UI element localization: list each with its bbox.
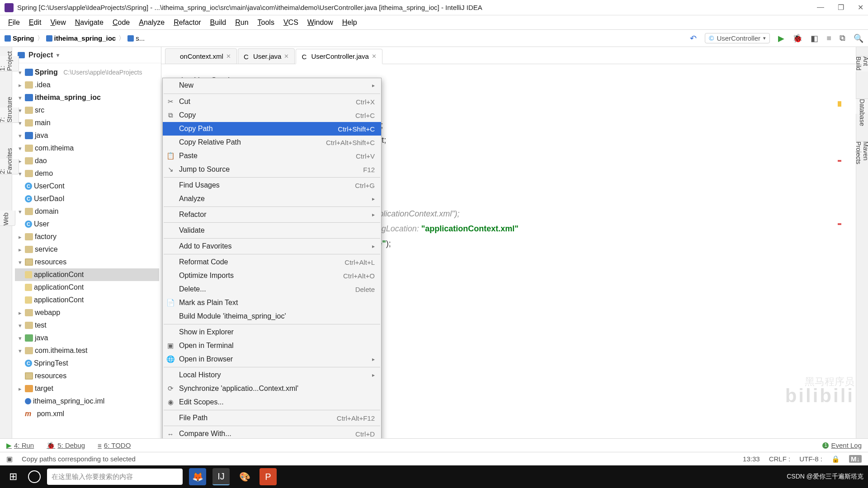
app-powerpoint-icon[interactable]: P: [259, 468, 277, 485]
ctx-build-module[interactable]: Build Module 'itheima_spring_ioc': [163, 310, 381, 323]
ctx-copy-path[interactable]: Copy PathCtrl+Shift+C: [163, 122, 381, 136]
menu-analyze[interactable]: Analyze: [134, 17, 169, 28]
tree-pkg[interactable]: ▾com.itheima: [15, 142, 159, 155]
tw-structure[interactable]: 7: Structure: [0, 108, 19, 123]
menu-file[interactable]: File: [4, 17, 24, 28]
ctx-sync[interactable]: ⟳Synchronize 'applicatio...Context.xml': [163, 382, 381, 395]
status-man-icon[interactable]: M↓: [849, 455, 862, 463]
menu-help[interactable]: Help: [338, 17, 362, 28]
tree-factory[interactable]: ▸factory: [15, 230, 159, 243]
ctx-favorites[interactable]: Add to Favorites▸: [163, 239, 381, 253]
tree-root[interactable]: ▾Spring C:\Users\apple\IdeaProjects: [15, 66, 159, 79]
maximize-icon[interactable]: ❐: [838, 3, 844, 12]
tree-src[interactable]: ▾src: [15, 104, 159, 117]
menu-view[interactable]: View: [46, 17, 70, 28]
tree-iml[interactable]: itheima_spring_ioc.iml: [15, 395, 159, 408]
ctx-copy[interactable]: ⧉CopyCtrl+C: [163, 108, 381, 122]
tree-domain[interactable]: ▾domain: [15, 205, 159, 218]
close-icon[interactable]: ✕: [226, 53, 231, 60]
status-encoding[interactable]: UTF-8 :: [799, 455, 822, 463]
tree-demo[interactable]: ▾demo: [15, 167, 159, 180]
tree-service[interactable]: ▸service: [15, 243, 159, 256]
status-position[interactable]: 13:33: [743, 455, 760, 463]
tab-usercontroller[interactable]: CUserController.java✕: [296, 49, 382, 64]
crumb-more[interactable]: s...: [136, 34, 145, 42]
menu-window[interactable]: Window: [303, 17, 338, 28]
tree-idea[interactable]: ▸.idea: [15, 79, 159, 91]
cortana-icon[interactable]: [28, 470, 41, 483]
debug-icon[interactable]: 🐞: [793, 33, 802, 43]
menu-edit[interactable]: Edit: [24, 17, 46, 28]
tw-project[interactable]: 1: Project: [0, 56, 19, 71]
tw-todo[interactable]: ≡6: TODO: [98, 441, 131, 449]
tw-eventlog[interactable]: 1Event Log: [822, 441, 862, 449]
ctx-delete[interactable]: Delete...Delete: [163, 282, 381, 296]
ctx-new[interactable]: New▸: [163, 78, 381, 93]
tw-web[interactable]: Web: [0, 211, 15, 226]
ctx-refactor[interactable]: Refactor▸: [163, 208, 381, 221]
tree-testjava[interactable]: ▾java: [15, 332, 159, 344]
structure-icon[interactable]: ⧉: [840, 33, 845, 43]
tree-userdao[interactable]: CUserDaoI: [15, 192, 159, 205]
tree-springtest[interactable]: CSpringTest: [15, 357, 159, 370]
ctx-paste[interactable]: 📋PasteCtrl+V: [163, 149, 381, 163]
stop-icon[interactable]: ■: [826, 33, 831, 43]
back-icon[interactable]: ↶: [690, 33, 697, 43]
tree-dao[interactable]: ▸dao: [15, 155, 159, 167]
ctx-compare[interactable]: ↔Compare With...Ctrl+D: [163, 427, 381, 438]
coverage-icon[interactable]: ◧: [811, 33, 818, 43]
ctx-browser[interactable]: 🌐Open in Browser▸: [163, 352, 381, 366]
start-icon[interactable]: ⊞: [5, 468, 22, 485]
ctx-plain[interactable]: 📄Mark as Plain Text: [163, 296, 381, 310]
tree-module[interactable]: ▾itheima_spring_ioc: [15, 91, 159, 104]
tw-debug[interactable]: 🐞5: Debug: [47, 441, 85, 450]
status-crlf[interactable]: CRLF :: [769, 455, 791, 463]
tree-test[interactable]: ▾test: [15, 319, 159, 332]
tree-usercont[interactable]: CUserCont: [15, 180, 159, 192]
ctx-find-usages[interactable]: Find UsagesCtrl+G: [163, 178, 381, 192]
tw-run[interactable]: ▶4: Run: [6, 441, 34, 450]
taskbar-search[interactable]: 在这里输入你要搜索的内容: [47, 469, 183, 485]
menu-navigate[interactable]: Navigate: [71, 17, 108, 28]
ctx-terminal[interactable]: ▣Open in Terminal: [163, 339, 381, 352]
close-icon[interactable]: ✕: [372, 53, 377, 60]
tree-resources[interactable]: ▾resources: [15, 256, 159, 268]
tree-appctx2[interactable]: applicationCont: [15, 281, 159, 294]
minimize-icon[interactable]: —: [817, 3, 824, 12]
app-firefox-icon[interactable]: 🦊: [189, 468, 206, 485]
project-tree[interactable]: ▾Spring C:\Users\apple\IdeaProjects ▸.id…: [12, 63, 161, 438]
tree-java[interactable]: ▾java: [15, 129, 159, 142]
run-icon[interactable]: ▶: [778, 33, 784, 43]
ctx-local-history[interactable]: Local History▸: [163, 368, 381, 382]
close-icon[interactable]: ✕: [284, 53, 289, 60]
ctx-explorer[interactable]: Show in Explorer: [163, 325, 381, 339]
tree-appctx1[interactable]: applicationCont: [15, 268, 159, 281]
tree-main[interactable]: ▾main: [15, 117, 159, 129]
close-icon[interactable]: ✕: [858, 3, 863, 12]
menu-build[interactable]: Build: [206, 17, 231, 28]
tree-testres[interactable]: resources: [15, 370, 159, 382]
tree-appctx3[interactable]: applicationCont: [15, 294, 159, 306]
tree-user[interactable]: CUser: [15, 218, 159, 230]
ctx-validate[interactable]: Validate: [163, 224, 381, 237]
menu-code[interactable]: Code: [108, 17, 134, 28]
tree-target[interactable]: ▸target: [15, 382, 159, 395]
tree-pom[interactable]: m pom.xml: [15, 408, 159, 420]
project-header[interactable]: Project ▾: [12, 47, 161, 63]
app-intellij-icon[interactable]: IJ: [212, 468, 230, 485]
ctx-cut[interactable]: ✂CutCtrl+X: [163, 95, 381, 108]
crumb-root[interactable]: Spring: [13, 34, 34, 42]
menu-tools[interactable]: Tools: [253, 17, 279, 28]
chevron-down-icon[interactable]: ▾: [57, 52, 59, 58]
ctx-optimize[interactable]: Optimize ImportsCtrl+Alt+O: [163, 269, 381, 282]
ctx-copy-relative[interactable]: Copy Relative PathCtrl+Alt+Shift+C: [163, 136, 381, 149]
menu-vcs[interactable]: VCS: [279, 17, 303, 28]
ctx-filepath[interactable]: File PathCtrl+Alt+F12: [163, 411, 381, 425]
tree-testpkg[interactable]: ▾com.itheima.test: [15, 344, 159, 357]
ctx-analyze[interactable]: Analyze▸: [163, 192, 381, 206]
run-config-dropdown[interactable]: © UserController ▾: [705, 33, 770, 43]
menu-run[interactable]: Run: [231, 17, 253, 28]
app-paint-icon[interactable]: 🎨: [236, 468, 253, 485]
crumb-module[interactable]: itheima_spring_ioc: [54, 34, 116, 42]
system-tray[interactable]: CSDN @爱你三千遍斯塔克: [787, 473, 863, 481]
